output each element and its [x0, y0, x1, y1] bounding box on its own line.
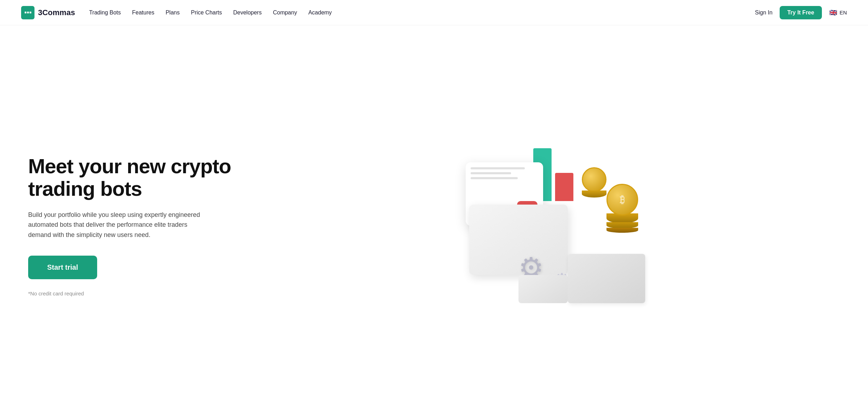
- hero-content: Meet your new crypto trading bots Build …: [28, 155, 239, 296]
- hero-title: Meet your new crypto trading bots: [28, 155, 239, 200]
- coin-disc-3: [606, 228, 638, 233]
- navbar-left: 3Commas Trading Bots Features Plans Pric…: [21, 6, 332, 19]
- hero-description: Build your portfolio while you sleep usi…: [28, 210, 211, 240]
- bar-3: [555, 173, 573, 201]
- start-trial-button[interactable]: Start trial: [28, 256, 97, 279]
- coin-secondary-face: [582, 167, 606, 192]
- try-free-button[interactable]: Try It Free: [780, 6, 822, 19]
- right-platform: [568, 254, 645, 303]
- navbar-right: Sign In Try It Free 🇬🇧 EN: [755, 6, 847, 19]
- no-credit-card-text: *No credit card required: [28, 290, 239, 296]
- sign-in-button[interactable]: Sign In: [755, 10, 773, 16]
- nav-price-charts[interactable]: Price Charts: [191, 10, 222, 15]
- chart-line-3: [471, 177, 518, 179]
- hero-section: Meet your new crypto trading bots Build …: [0, 25, 868, 419]
- nav-plans[interactable]: Plans: [165, 10, 180, 15]
- chart-line-1: [471, 167, 525, 169]
- navbar: 3Commas Trading Bots Features Plans Pric…: [0, 0, 868, 25]
- hero-illustration: ⚙ ⚙: [253, 127, 847, 324]
- coin-top: [606, 184, 638, 215]
- nav-links: Trading Bots Features Plans Price Charts…: [89, 10, 332, 16]
- coin-stack: [606, 184, 638, 233]
- nav-company[interactable]: Company: [273, 10, 297, 15]
- chart-lines: [471, 167, 538, 179]
- logo-icon: [21, 6, 34, 19]
- language-selector[interactable]: 🇬🇧 EN: [829, 10, 847, 15]
- nav-trading-bots[interactable]: Trading Bots: [89, 10, 121, 15]
- nav-developers[interactable]: Developers: [233, 10, 262, 15]
- chart-line-2: [471, 172, 511, 174]
- coin-secondary-disc: [582, 190, 606, 198]
- illustration-scene: ⚙ ⚙: [448, 134, 652, 317]
- flag-icon: 🇬🇧: [829, 10, 837, 15]
- logo[interactable]: 3Commas: [21, 6, 75, 19]
- coin-secondary: [582, 167, 606, 198]
- nav-academy[interactable]: Academy: [308, 10, 332, 15]
- right-platform-step: [518, 275, 568, 303]
- nav-features[interactable]: Features: [132, 10, 154, 15]
- language-label: EN: [839, 10, 847, 15]
- logo-text: 3Commas: [38, 8, 75, 17]
